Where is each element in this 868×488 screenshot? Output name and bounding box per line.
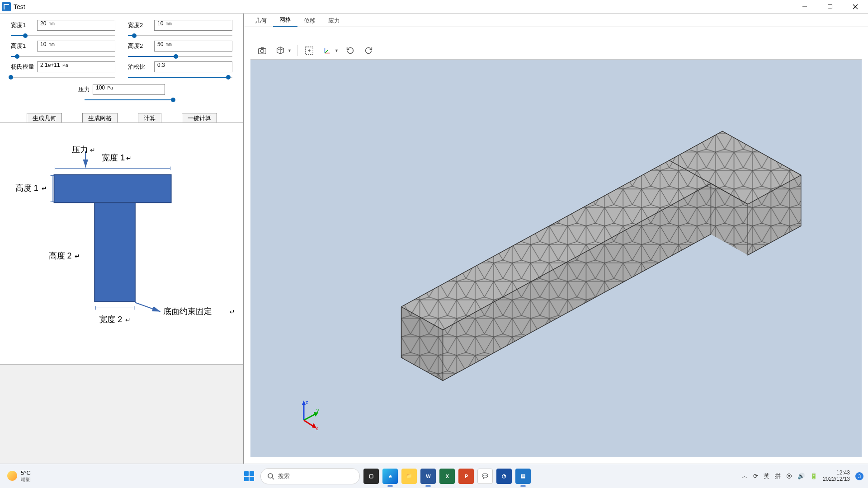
svg-rect-1 (828, 5, 832, 9)
right-panel: 几何 网格 位移 应力 ▼ (244, 14, 868, 464)
svg-line-7 (135, 303, 160, 312)
input-width1[interactable]: 20 mm (37, 20, 115, 31)
app-icon (2, 2, 11, 11)
taskbar-app-edge[interactable]: e (382, 469, 398, 484)
svg-text:↵: ↵ (230, 308, 235, 315)
viewport-3d[interactable]: ▼ ▼ (250, 42, 862, 457)
schematic-label-width1: 宽度 1 (102, 153, 125, 162)
minimize-button[interactable] (792, 0, 817, 14)
chevron-down-icon[interactable]: ▼ (288, 48, 292, 53)
param-poisson: 泊松比 0.3 (128, 61, 232, 80)
axes-triad-icon[interactable] (321, 44, 334, 57)
titlebar: Test (0, 0, 868, 14)
left-lower-blank (0, 364, 243, 464)
label-height1: 高度1 (11, 42, 34, 50)
tab-mesh[interactable]: 网格 (273, 14, 297, 27)
param-pressure: 压力 100 Pa (11, 84, 232, 103)
slider-height1[interactable] (11, 53, 115, 60)
taskbar-app-test[interactable]: ▤ (515, 469, 531, 484)
param-width1: 宽度1 20 mm (11, 20, 115, 39)
taskbar-app-word[interactable]: W (420, 469, 436, 484)
label-poisson: 泊松比 (128, 63, 151, 71)
label-width2: 宽度2 (128, 21, 151, 29)
label-pressure: 压力 (78, 85, 90, 94)
close-button[interactable] (843, 0, 868, 14)
taskbar-weather[interactable]: 5°C 晴朗 (0, 470, 31, 482)
viewport-toolbar: ▼ ▼ (250, 42, 862, 60)
rotate-cw-icon[interactable] (362, 44, 375, 57)
slider-width1[interactable] (11, 33, 115, 39)
generate-mesh-button[interactable]: 生成网格 (82, 113, 118, 123)
param-height1: 高度1 10 mm (11, 41, 115, 60)
generate-geometry-button[interactable]: 生成几何 (27, 113, 62, 123)
label-youngs: 杨氏模量 (11, 63, 34, 71)
zoom-fit-icon[interactable] (303, 44, 316, 57)
schematic-diagram: 压力 宽度 1 高度 1 高度 2 宽度 2 底面约束固定 ↵ ↵ ↵ ↵ ↵ … (0, 122, 243, 364)
schematic-label-pressure: 压力 (72, 145, 88, 154)
one-click-calculate-button[interactable]: 一键计算 (182, 113, 217, 123)
param-height2: 高度2 50 mm (128, 41, 232, 60)
maximize-button[interactable] (817, 0, 843, 14)
slider-youngs[interactable] (11, 74, 115, 80)
view-orientation-icon[interactable] (274, 44, 287, 57)
orientation-triad-icon: z y x (296, 399, 323, 430)
label-width1: 宽度1 (11, 21, 34, 29)
taskbar-app-explorer[interactable]: 📁 (401, 469, 417, 484)
svg-text:↵: ↵ (75, 253, 80, 260)
svg-point-15 (260, 49, 264, 52)
slider-width2[interactable] (128, 33, 232, 39)
schematic-label-height2: 高度 2 (49, 251, 72, 260)
input-width2[interactable]: 10 mm (154, 20, 232, 31)
taskbar-app-excel[interactable]: X (439, 469, 455, 484)
schematic-label-fixed: 底面约束固定 (163, 307, 212, 316)
svg-text:↵: ↵ (42, 185, 47, 192)
taskbar-app-taskview[interactable]: ▢ (363, 469, 379, 484)
taskbar-app-powerpoint[interactable]: P (458, 469, 474, 484)
svg-text:y: y (316, 408, 319, 413)
input-poisson[interactable]: 0.3 (154, 61, 232, 72)
svg-text:↵: ↵ (90, 146, 95, 154)
svg-text:↵: ↵ (126, 155, 132, 162)
tab-stress[interactable]: 应力 (322, 15, 346, 27)
weather-sun-icon (7, 471, 17, 481)
tab-strip: 几何 网格 位移 应力 (244, 14, 868, 27)
rotate-ccw-icon[interactable] (344, 44, 357, 57)
calculate-button[interactable]: 计算 (138, 113, 161, 123)
chevron-down-icon[interactable]: ▼ (335, 48, 339, 53)
slider-pressure[interactable] (85, 97, 175, 103)
param-youngs: 杨氏模量 2.1e+11 Pa (11, 61, 115, 80)
input-height2[interactable]: 50 mm (154, 41, 232, 52)
mesh-geometry (250, 60, 862, 475)
svg-text:x: x (316, 426, 318, 430)
svg-text:z: z (306, 399, 308, 405)
tab-geometry[interactable]: 几何 (249, 15, 273, 27)
svg-rect-5 (94, 202, 135, 301)
svg-marker-33 (302, 400, 306, 405)
input-pressure[interactable]: 100 Pa (93, 84, 165, 95)
svg-rect-4 (54, 175, 171, 203)
schematic-label-height1: 高度 1 (15, 183, 38, 192)
param-width2: 宽度2 10 mm (128, 20, 232, 39)
tab-displacement[interactable]: 位移 (297, 15, 322, 27)
taskbar-app-generic1[interactable]: ◔ (496, 469, 512, 484)
window-title: Test (14, 3, 25, 10)
input-youngs[interactable]: 2.1e+11 Pa (37, 61, 115, 72)
slider-height2[interactable] (128, 53, 232, 60)
taskbar-temp: 5°C (21, 470, 31, 476)
svg-line-34 (304, 414, 316, 420)
svg-line-42 (272, 478, 274, 479)
svg-line-36 (304, 420, 314, 427)
left-panel: 宽度1 20 mm 宽度2 10 mm 高度1 10 mm (0, 14, 244, 464)
taskbar-app-wechat[interactable]: 💬 (477, 469, 493, 484)
svg-line-19 (325, 50, 328, 53)
slider-poisson[interactable] (128, 74, 232, 80)
input-height1[interactable]: 10 mm (37, 41, 115, 52)
screenshot-icon[interactable] (256, 44, 269, 57)
svg-text:↵: ↵ (125, 316, 131, 324)
taskbar-weather-desc: 晴朗 (21, 477, 31, 482)
schematic-label-width2: 宽度 2 (99, 315, 122, 324)
label-height2: 高度2 (128, 42, 151, 50)
